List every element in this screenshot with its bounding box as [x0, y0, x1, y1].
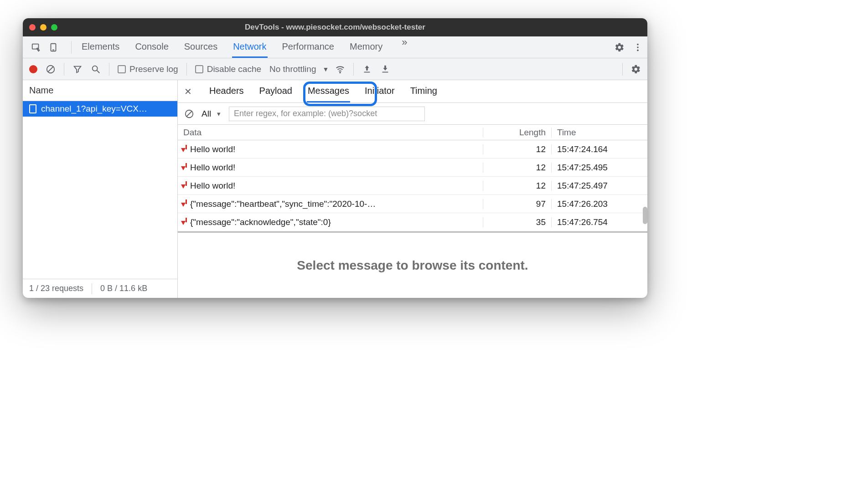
- tab-performance[interactable]: Performance: [281, 36, 336, 58]
- request-name: channel_1?api_key=VCX…: [41, 104, 147, 114]
- download-icon[interactable]: [380, 64, 390, 74]
- network-conditions-icon[interactable]: [335, 64, 345, 74]
- svg-point-4: [637, 46, 639, 48]
- incoming-arrow-icon: [183, 220, 189, 225]
- document-icon: [29, 104, 36, 113]
- incoming-arrow-icon: [183, 148, 189, 152]
- main-tabstrip: Elements Console Sources Network Perform…: [23, 36, 647, 58]
- device-toolbar-icon[interactable]: [48, 42, 58, 52]
- upload-icon[interactable]: [362, 64, 372, 74]
- settings-icon[interactable]: [615, 42, 625, 52]
- network-content: Name channel_1?api_key=VCX… 1 / 23 reque…: [23, 80, 647, 298]
- devtools-window: DevTools - www.piesocket.com/websocket-t…: [23, 18, 647, 298]
- message-type-select[interactable]: All: [202, 109, 222, 118]
- message-row[interactable]: Hello world! 12 15:47:24.164: [178, 140, 647, 159]
- svg-point-5: [637, 49, 639, 51]
- tab-initiator[interactable]: Initiator: [364, 80, 396, 102]
- record-button[interactable]: [29, 65, 37, 73]
- window-controls: [29, 24, 57, 31]
- search-icon[interactable]: [91, 64, 101, 74]
- incoming-arrow-icon: [183, 184, 189, 189]
- network-toolbar: Preserve log Disable cache No throttling…: [23, 58, 647, 80]
- preserve-log-label: Preserve log: [129, 64, 178, 74]
- tab-network[interactable]: Network: [232, 36, 267, 58]
- close-window-button[interactable]: [29, 24, 36, 31]
- message-row[interactable]: {"message":"heartbeat","sync_time":"2020…: [178, 195, 647, 213]
- status-transfer: 0 B / 11.6 kB: [100, 284, 147, 293]
- tabs-overflow-button[interactable]: »: [397, 36, 412, 58]
- request-details: ✕ Headers Payload Messages Initiator Tim…: [178, 80, 647, 298]
- requests-status-bar: 1 / 23 requests 0 B / 11.6 kB: [23, 279, 177, 298]
- svg-point-8: [93, 66, 98, 71]
- tab-elements[interactable]: Elements: [81, 36, 120, 58]
- svg-line-14: [187, 111, 192, 116]
- window-title: DevTools - www.piesocket.com/websocket-t…: [23, 23, 647, 32]
- detail-tabs: ✕ Headers Payload Messages Initiator Tim…: [178, 80, 647, 103]
- disable-cache-label: Disable cache: [207, 64, 261, 74]
- chevron-down-icon[interactable]: ▼: [322, 66, 329, 73]
- main-tabs: Elements Console Sources Network Perform…: [81, 36, 412, 58]
- status-requests: 1 / 23 requests: [29, 284, 83, 293]
- incoming-arrow-icon: [183, 202, 189, 207]
- tab-console[interactable]: Console: [134, 36, 169, 58]
- message-row[interactable]: Hello world! 12 15:47:25.497: [178, 177, 647, 195]
- close-details-icon[interactable]: ✕: [184, 86, 195, 97]
- inspect-element-icon[interactable]: [31, 42, 41, 52]
- tab-payload[interactable]: Payload: [258, 80, 293, 102]
- request-row[interactable]: channel_1?api_key=VCX…: [23, 101, 177, 117]
- requests-sidebar: Name channel_1?api_key=VCX… 1 / 23 reque…: [23, 80, 178, 298]
- clear-icon[interactable]: [46, 64, 56, 74]
- col-header-time[interactable]: Time: [552, 128, 647, 138]
- col-header-data[interactable]: Data: [178, 128, 483, 138]
- preserve-log-checkbox[interactable]: Preserve log: [118, 64, 178, 74]
- incoming-arrow-icon: [183, 166, 189, 170]
- messages-table: Data Length Time Hello world! 12 15:47:2…: [178, 125, 647, 233]
- svg-rect-11: [364, 72, 370, 72]
- kebab-menu-icon[interactable]: [633, 42, 643, 52]
- tab-sources[interactable]: Sources: [183, 36, 218, 58]
- throttling-select[interactable]: No throttling: [269, 64, 316, 74]
- messages-filterbar: All: [178, 103, 647, 125]
- scrollbar-thumb[interactable]: [643, 207, 647, 224]
- titlebar: DevTools - www.piesocket.com/websocket-t…: [23, 18, 647, 36]
- svg-point-3: [637, 43, 639, 45]
- svg-line-7: [48, 66, 53, 72]
- message-content-placeholder: Select message to browse its content.: [178, 233, 647, 298]
- message-regex-input[interactable]: [229, 107, 425, 121]
- zoom-window-button[interactable]: [51, 24, 57, 31]
- tab-messages[interactable]: Messages: [307, 80, 350, 102]
- panel-settings-icon[interactable]: [631, 64, 641, 74]
- svg-rect-12: [382, 72, 388, 72]
- requests-header-name[interactable]: Name: [23, 80, 177, 101]
- svg-line-9: [97, 70, 100, 73]
- tab-timing[interactable]: Timing: [409, 80, 438, 102]
- clear-messages-icon[interactable]: [184, 109, 194, 119]
- minimize-window-button[interactable]: [40, 24, 46, 31]
- message-row[interactable]: {"message":"acknowledge","state":0} 35 1…: [178, 213, 647, 231]
- message-row[interactable]: Hello world! 12 15:47:25.495: [178, 159, 647, 177]
- disable-cache-checkbox[interactable]: Disable cache: [195, 64, 261, 74]
- tab-headers[interactable]: Headers: [208, 80, 245, 102]
- tab-memory[interactable]: Memory: [349, 36, 383, 58]
- col-header-length[interactable]: Length: [483, 128, 552, 138]
- messages-table-header[interactable]: Data Length Time: [178, 125, 647, 140]
- filter-icon[interactable]: [72, 64, 83, 74]
- svg-point-10: [340, 72, 341, 73]
